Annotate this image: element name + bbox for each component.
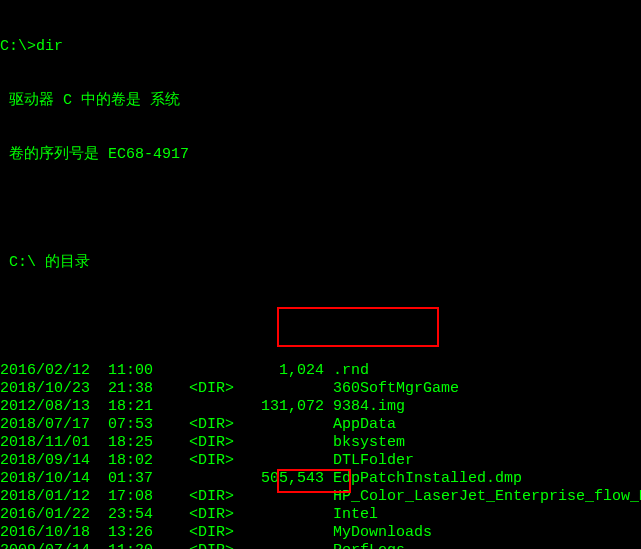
prompt-path: C:\> (0, 38, 36, 55)
listing-row: 2018/07/17 07:53 <DIR> AppData (0, 416, 641, 434)
listing-row: 2018/01/12 17:08 <DIR> HP_Color_LaserJet… (0, 488, 641, 506)
listing-row: 2018/09/14 18:02 <DIR> DTLFolder (0, 452, 641, 470)
listing-row: 2016/02/12 11:00 1,024 .rnd (0, 362, 641, 380)
listing-row: 2012/08/13 18:21 131,072 9384.img (0, 398, 641, 416)
listing-row: 2009/07/14 11:20 <DIR> PerfLogs (0, 542, 641, 549)
volume-line: 驱动器 C 中的卷是 系统 (0, 92, 641, 110)
blank-line (0, 200, 641, 218)
terminal-output: C:\>dir 驱动器 C 中的卷是 系统 卷的序列号是 EC68-4917 C… (0, 0, 641, 549)
prompt-line[interactable]: C:\>dir (0, 38, 641, 56)
serial-line: 卷的序列号是 EC68-4917 (0, 146, 641, 164)
dirof-line: C:\ 的目录 (0, 254, 641, 272)
listing-row: 2018/10/23 21:38 <DIR> 360SoftMgrGame (0, 380, 641, 398)
prompt-command: dir (36, 38, 63, 55)
listing-row: 2016/01/22 23:54 <DIR> Intel (0, 506, 641, 524)
listing-row: 2016/10/18 13:26 <DIR> MyDownloads (0, 524, 641, 542)
listing-row: 2018/11/01 18:25 <DIR> bksystem (0, 434, 641, 452)
directory-listing: 2016/02/12 11:00 1,024 .rnd2018/10/23 21… (0, 362, 641, 549)
listing-row: 2018/10/14 01:37 505,543 EdpPatchInstall… (0, 470, 641, 488)
blank-line (0, 308, 641, 326)
